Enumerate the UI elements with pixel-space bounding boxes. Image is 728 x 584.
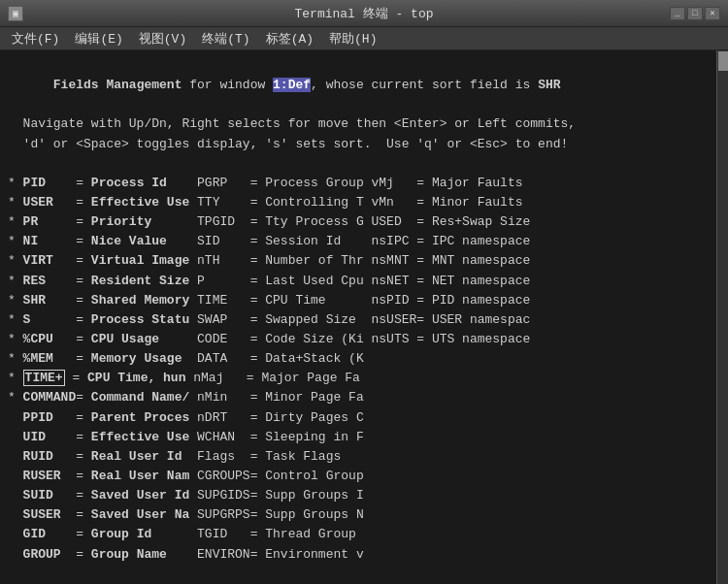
row-field1: USER <box>23 195 77 210</box>
row-star: * <box>8 176 23 190</box>
row-desc3: USER namespac <box>432 312 530 327</box>
row-desc2: Task Flags <box>265 449 348 464</box>
row-star: * <box>8 390 23 405</box>
row-field2: CGROUPS <box>197 469 250 483</box>
row-desc2: Supp Groups N <box>265 507 371 522</box>
row-eq2: = <box>250 390 266 405</box>
header-sort-pre: , whose current sort field is <box>311 78 538 92</box>
row-desc1: Nice Value <box>91 234 197 248</box>
row-star <box>8 469 23 483</box>
row-star: * <box>8 274 23 288</box>
window-title: Terminal 终端 - top <box>294 5 433 22</box>
row-star <box>8 547 23 562</box>
row-desc2: Environment v <box>265 547 371 562</box>
header-line1: Fields Management for window 1:Def, whos… <box>8 56 720 114</box>
menu-item-终端t[interactable]: 终端(T) <box>194 28 257 49</box>
row-star: * <box>8 312 23 327</box>
row-star <box>8 410 23 425</box>
row-star <box>8 449 23 464</box>
row-field1: UID <box>23 430 77 444</box>
fields-table: * PID = Process Id PGRP = Process Group … <box>8 174 720 565</box>
row-eq1: = <box>76 293 91 308</box>
row-eq3: = <box>416 176 432 190</box>
row-star: * <box>8 371 23 385</box>
row-field1: RES <box>23 274 77 288</box>
row-field2: nTH <box>197 253 250 268</box>
menu-item-帮助h[interactable]: 帮助(H) <box>321 28 384 49</box>
row-desc3: Minor Faults <box>432 195 523 210</box>
row-field1: GROUP <box>23 547 77 562</box>
row-field1: %MEM <box>23 351 77 366</box>
row-desc2: Last Used Cpu <box>265 274 371 288</box>
row-desc3: NET namespace <box>432 274 530 288</box>
menu-item-视图v[interactable]: 视图(V) <box>131 28 194 49</box>
row-eq3: = <box>416 312 432 327</box>
row-field3: nsUTS <box>371 332 416 346</box>
row-eq1: = <box>76 274 91 288</box>
row-desc2: Session Id <box>265 234 371 248</box>
row-eq1: = <box>76 176 91 190</box>
row-eq1: = <box>76 469 91 483</box>
row-field3: USED <box>371 214 416 229</box>
window: ▣ Terminal 终端 - top _ □ ✕ 文件(F)编辑(E)视图(V… <box>0 0 728 584</box>
table-row: SUID = Saved User Id SUPGIDS= Supp Group… <box>8 486 720 505</box>
row-eq2: = <box>250 176 266 190</box>
row-star: * <box>8 351 23 366</box>
row-field2: SUPGRPS <box>197 507 250 522</box>
scrollbar[interactable] <box>716 50 728 584</box>
table-row: * PID = Process Id PGRP = Process Group … <box>8 174 720 193</box>
menu-item-编辑e[interactable]: 编辑(E) <box>67 28 130 49</box>
row-eq3: = <box>416 214 432 229</box>
title-bar-buttons: _ □ ✕ <box>670 7 720 20</box>
table-row: * SHR = Shared Memory TIME = CPU Time ns… <box>8 291 720 310</box>
table-row: GROUP = Group Name ENVIRON= Environment … <box>8 545 720 565</box>
row-field3: nsPID <box>371 293 416 308</box>
row-eq1: = <box>76 527 91 541</box>
row-field2: CODE <box>197 332 250 346</box>
row-desc1: Virtual Image <box>91 253 197 268</box>
row-desc1: Effective Use <box>91 195 197 210</box>
row-desc2: Data+Stack (K <box>265 351 371 366</box>
row-field1: RUID <box>23 449 77 464</box>
row-desc1: Effective Use <box>91 430 197 444</box>
row-field3: nsMNT <box>371 253 416 268</box>
row-field2: ENVIRON <box>197 547 250 562</box>
table-row: RUSER = Real User Nam CGROUPS= Control G… <box>8 467 720 486</box>
row-field3: nsUSER <box>371 312 416 327</box>
row-desc1: Priority <box>91 214 197 229</box>
row-eq3: = <box>416 332 432 346</box>
row-field2: PGRP <box>197 176 250 190</box>
row-eq2: = <box>250 410 266 425</box>
row-field2: TPGID <box>197 214 250 229</box>
row-eq2: = <box>250 274 266 288</box>
row-field1: GID <box>23 527 77 541</box>
row-star <box>8 430 23 444</box>
menu-item-文件f[interactable]: 文件(F) <box>4 28 67 49</box>
row-eq2: = <box>247 371 262 385</box>
minimize-button[interactable]: _ <box>670 7 685 20</box>
scrollbar-thumb[interactable] <box>718 51 728 71</box>
row-eq1: = <box>76 332 91 346</box>
row-field1: SUID <box>23 488 77 503</box>
terminal-body: Fields Management for window 1:Def, whos… <box>0 50 728 584</box>
row-field1: VIRT <box>23 253 77 268</box>
row-eq1: = <box>76 507 91 522</box>
table-row: * COMMAND= Command Name/ nMin = Minor Pa… <box>8 388 720 407</box>
row-desc3: Res+Swap Size <box>432 214 530 229</box>
row-field1: NI <box>23 234 77 248</box>
maximize-button[interactable]: □ <box>687 7 703 20</box>
row-desc3: PID namespace <box>432 293 530 308</box>
menu-item-标签a[interactable]: 标签(A) <box>258 28 321 49</box>
row-desc1: Memory Usage <box>91 351 197 366</box>
row-desc1: Parent Proces <box>91 410 197 425</box>
row-field3: vMn <box>371 195 416 210</box>
close-button[interactable]: ✕ <box>705 7 720 20</box>
row-eq2: = <box>250 214 266 229</box>
row-field2: SUPGIDS <box>197 488 250 503</box>
row-desc2: CPU Time <box>265 293 371 308</box>
table-row: * VIRT = Virtual Image nTH = Number of T… <box>8 251 720 271</box>
row-field1: PR <box>23 214 77 229</box>
row-desc1: CPU Usage <box>91 332 197 346</box>
row-field2: Flags <box>197 449 250 464</box>
row-desc2: Number of Thr <box>265 253 371 268</box>
